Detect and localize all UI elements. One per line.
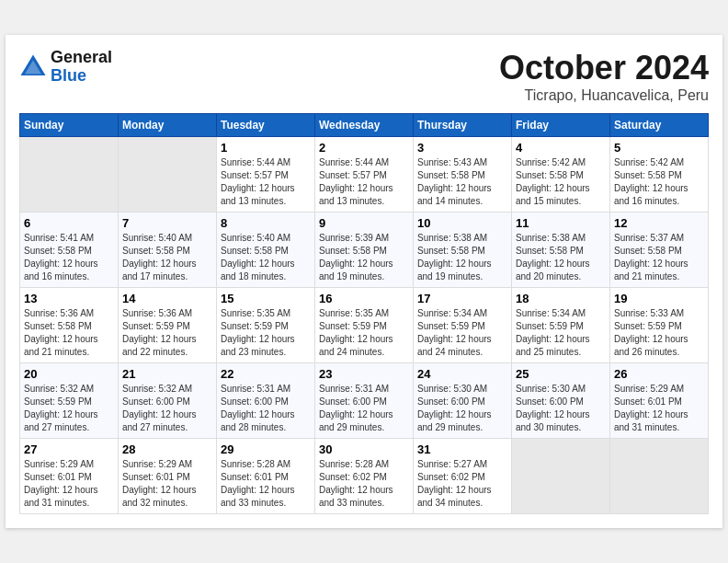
day-cell: 16Sunrise: 5:35 AM Sunset: 5:59 PM Dayli…: [315, 288, 414, 363]
day-number: 10: [417, 216, 507, 230]
week-row-1: 6Sunrise: 5:41 AM Sunset: 5:58 PM Daylig…: [20, 213, 709, 288]
day-cell: 31Sunrise: 5:27 AM Sunset: 6:02 PM Dayli…: [414, 439, 512, 514]
day-info: Sunrise: 5:43 AM Sunset: 5:58 PM Dayligh…: [417, 156, 507, 208]
day-info: Sunrise: 5:32 AM Sunset: 6:00 PM Dayligh…: [122, 383, 212, 434]
calendar-header: SundayMondayTuesdayWednesdayThursdayFrid…: [20, 114, 709, 137]
day-number: 5: [614, 141, 704, 155]
week-row-0: 1Sunrise: 5:44 AM Sunset: 5:57 PM Daylig…: [20, 137, 709, 213]
day-cell: [610, 439, 709, 514]
day-number: 2: [319, 141, 409, 155]
week-row-4: 27Sunrise: 5:29 AM Sunset: 6:01 PM Dayli…: [20, 439, 709, 514]
header: General Blue October 2024 Ticrapo, Huanc…: [19, 49, 709, 104]
day-cell: 28Sunrise: 5:29 AM Sunset: 6:01 PM Dayli…: [119, 439, 217, 514]
header-cell-wednesday: Wednesday: [315, 114, 414, 137]
day-number: 22: [221, 367, 311, 381]
day-number: 1: [221, 141, 311, 155]
header-cell-thursday: Thursday: [414, 114, 512, 137]
logo-blue: Blue: [51, 67, 112, 86]
day-cell: 29Sunrise: 5:28 AM Sunset: 6:01 PM Dayli…: [217, 439, 315, 514]
week-row-2: 13Sunrise: 5:36 AM Sunset: 5:58 PM Dayli…: [20, 288, 709, 363]
day-number: 31: [417, 442, 507, 456]
day-info: Sunrise: 5:28 AM Sunset: 6:02 PM Dayligh…: [319, 458, 409, 510]
day-number: 15: [221, 292, 311, 305]
day-number: 27: [24, 442, 114, 456]
day-number: 30: [319, 442, 409, 456]
day-cell: 4Sunrise: 5:42 AM Sunset: 5:58 PM Daylig…: [512, 137, 610, 213]
logo: General Blue: [19, 49, 112, 86]
day-number: 29: [221, 442, 311, 456]
day-cell: [119, 137, 217, 213]
day-number: 16: [319, 292, 409, 305]
day-number: 9: [319, 216, 409, 230]
calendar-container: General Blue October 2024 Ticrapo, Huanc…: [6, 35, 722, 528]
day-cell: 14Sunrise: 5:36 AM Sunset: 5:59 PM Dayli…: [119, 288, 217, 363]
day-cell: 2Sunrise: 5:44 AM Sunset: 5:57 PM Daylig…: [315, 137, 414, 213]
day-info: Sunrise: 5:35 AM Sunset: 5:59 PM Dayligh…: [319, 307, 409, 359]
day-cell: 6Sunrise: 5:41 AM Sunset: 5:58 PM Daylig…: [20, 213, 119, 288]
day-cell: 13Sunrise: 5:36 AM Sunset: 5:58 PM Dayli…: [20, 288, 119, 363]
day-number: 28: [122, 442, 212, 456]
day-info: Sunrise: 5:36 AM Sunset: 5:59 PM Dayligh…: [122, 307, 212, 359]
day-info: Sunrise: 5:40 AM Sunset: 5:58 PM Dayligh…: [221, 232, 311, 283]
day-info: Sunrise: 5:27 AM Sunset: 6:02 PM Dayligh…: [417, 458, 507, 510]
day-number: 7: [122, 216, 212, 230]
calendar-body: 1Sunrise: 5:44 AM Sunset: 5:57 PM Daylig…: [20, 137, 709, 514]
day-info: Sunrise: 5:38 AM Sunset: 5:58 PM Dayligh…: [516, 232, 606, 283]
day-info: Sunrise: 5:42 AM Sunset: 5:58 PM Dayligh…: [614, 156, 704, 208]
day-cell: 26Sunrise: 5:29 AM Sunset: 6:01 PM Dayli…: [610, 363, 709, 439]
day-cell: 20Sunrise: 5:32 AM Sunset: 5:59 PM Dayli…: [20, 363, 119, 439]
header-cell-friday: Friday: [512, 114, 610, 137]
day-info: Sunrise: 5:31 AM Sunset: 6:00 PM Dayligh…: [221, 383, 311, 434]
day-info: Sunrise: 5:30 AM Sunset: 6:00 PM Dayligh…: [516, 383, 606, 434]
day-cell: [512, 439, 610, 514]
day-cell: 1Sunrise: 5:44 AM Sunset: 5:57 PM Daylig…: [217, 137, 315, 213]
day-info: Sunrise: 5:44 AM Sunset: 5:57 PM Dayligh…: [221, 156, 311, 208]
header-cell-sunday: Sunday: [20, 114, 119, 137]
day-number: 3: [417, 141, 507, 155]
day-cell: 12Sunrise: 5:37 AM Sunset: 5:58 PM Dayli…: [610, 213, 709, 288]
day-info: Sunrise: 5:42 AM Sunset: 5:58 PM Dayligh…: [516, 156, 606, 208]
day-info: Sunrise: 5:33 AM Sunset: 5:59 PM Dayligh…: [614, 307, 704, 359]
day-info: Sunrise: 5:32 AM Sunset: 5:59 PM Dayligh…: [24, 383, 114, 434]
day-cell: 7Sunrise: 5:40 AM Sunset: 5:58 PM Daylig…: [119, 213, 217, 288]
week-row-3: 20Sunrise: 5:32 AM Sunset: 5:59 PM Dayli…: [20, 363, 709, 439]
day-info: Sunrise: 5:30 AM Sunset: 6:00 PM Dayligh…: [417, 383, 507, 434]
day-number: 13: [24, 292, 114, 305]
day-info: Sunrise: 5:34 AM Sunset: 5:59 PM Dayligh…: [417, 307, 507, 359]
day-info: Sunrise: 5:37 AM Sunset: 5:58 PM Dayligh…: [614, 232, 704, 283]
day-info: Sunrise: 5:31 AM Sunset: 6:00 PM Dayligh…: [319, 383, 409, 434]
day-number: 12: [614, 216, 704, 230]
day-info: Sunrise: 5:38 AM Sunset: 5:58 PM Dayligh…: [417, 232, 507, 283]
day-cell: 10Sunrise: 5:38 AM Sunset: 5:58 PM Dayli…: [414, 213, 512, 288]
day-info: Sunrise: 5:40 AM Sunset: 5:58 PM Dayligh…: [122, 232, 212, 283]
day-number: 19: [614, 292, 704, 305]
day-info: Sunrise: 5:44 AM Sunset: 5:57 PM Dayligh…: [319, 156, 409, 208]
day-number: 20: [24, 367, 114, 381]
day-cell: 27Sunrise: 5:29 AM Sunset: 6:01 PM Dayli…: [20, 439, 119, 514]
day-info: Sunrise: 5:29 AM Sunset: 6:01 PM Dayligh…: [122, 458, 212, 510]
header-cell-saturday: Saturday: [610, 114, 709, 137]
day-number: 4: [516, 141, 606, 155]
day-number: 26: [614, 367, 704, 381]
day-info: Sunrise: 5:41 AM Sunset: 5:58 PM Dayligh…: [24, 232, 114, 283]
day-number: 17: [417, 292, 507, 305]
title-block: October 2024 Ticrapo, Huancavelica, Peru: [499, 49, 709, 104]
day-cell: 19Sunrise: 5:33 AM Sunset: 5:59 PM Dayli…: [610, 288, 709, 363]
subtitle: Ticrapo, Huancavelica, Peru: [499, 87, 709, 104]
day-cell: 9Sunrise: 5:39 AM Sunset: 5:58 PM Daylig…: [315, 213, 414, 288]
logo-text: General Blue: [51, 49, 112, 86]
day-cell: 24Sunrise: 5:30 AM Sunset: 6:00 PM Dayli…: [414, 363, 512, 439]
day-info: Sunrise: 5:36 AM Sunset: 5:58 PM Dayligh…: [24, 307, 114, 359]
calendar-table: SundayMondayTuesdayWednesdayThursdayFrid…: [19, 113, 709, 514]
header-row: SundayMondayTuesdayWednesdayThursdayFrid…: [20, 114, 709, 137]
day-cell: 15Sunrise: 5:35 AM Sunset: 5:59 PM Dayli…: [217, 288, 315, 363]
day-number: 23: [319, 367, 409, 381]
day-number: 24: [417, 367, 507, 381]
day-cell: 17Sunrise: 5:34 AM Sunset: 5:59 PM Dayli…: [414, 288, 512, 363]
day-number: 11: [516, 216, 606, 230]
logo-general: General: [51, 49, 112, 67]
header-cell-tuesday: Tuesday: [217, 114, 315, 137]
day-number: 21: [122, 367, 212, 381]
day-cell: 30Sunrise: 5:28 AM Sunset: 6:02 PM Dayli…: [315, 439, 414, 514]
day-info: Sunrise: 5:34 AM Sunset: 5:59 PM Dayligh…: [516, 307, 606, 359]
